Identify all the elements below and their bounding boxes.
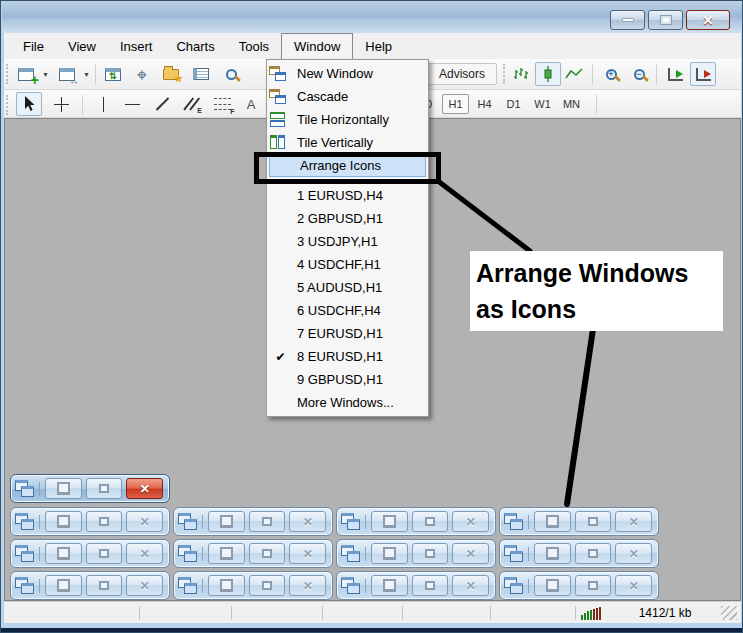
maximize-button[interactable] [249,575,286,596]
maximize-button[interactable] [86,511,123,532]
minimized-chart-window[interactable]: ✕ [10,571,170,600]
menu-item-chart-8[interactable]: ✔8 EURUSD,H1 [267,345,428,368]
new-chart-dropdown-icon[interactable]: ▼ [42,71,49,78]
menu-help[interactable]: Help [353,33,404,59]
timeframe-h1-button[interactable]: H1 [442,94,469,114]
timeframe-h4-button[interactable]: H4 [471,94,498,114]
restore-button[interactable] [208,511,245,532]
menu-item-chart-7[interactable]: 7 EURUSD,H1 [267,322,428,345]
maximize-button[interactable] [575,511,612,532]
minimized-chart-window[interactable]: ✕ [10,507,170,536]
restore-button[interactable] [534,543,571,564]
minimized-chart-window[interactable]: ✕ [173,539,333,568]
menu-item-tile-horizontally[interactable]: Tile Horizontally [267,108,428,131]
menu-item-chart-5[interactable]: 5 AUDUSD,H1 [267,276,428,299]
close-button[interactable]: ✕ [615,543,652,564]
crosshair-button[interactable] [48,92,74,116]
menu-file[interactable]: File [11,33,56,59]
menu-tools[interactable]: Tools [227,33,281,59]
close-button[interactable]: ✕ [452,511,489,532]
menu-window[interactable]: Window [281,33,353,59]
close-button[interactable]: ✕ [289,511,326,532]
candlestick-chart-button[interactable] [535,62,561,86]
close-button[interactable]: ✕ [126,478,163,499]
restore-button[interactable] [371,511,408,532]
maximize-button[interactable] [575,543,612,564]
minimized-chart-window[interactable]: ✕ [336,571,496,600]
menu-item-chart-1[interactable]: 1 EURUSD,H4 [267,184,428,207]
close-button[interactable]: ✕ [126,575,163,596]
menu-view[interactable]: View [56,33,108,59]
maximize-button[interactable] [86,543,123,564]
maximize-button[interactable] [86,478,123,499]
maximize-button[interactable] [575,575,612,596]
minimized-chart-window[interactable]: ✕ [173,571,333,600]
menu-charts[interactable]: Charts [164,33,226,59]
market-watch-button[interactable]: ⇅ [100,62,126,86]
maximize-button[interactable] [412,575,449,596]
restore-button[interactable] [45,478,82,499]
restore-button[interactable] [534,575,571,596]
toolbar-grip[interactable] [6,64,10,84]
restore-button[interactable] [45,543,82,564]
close-button[interactable]: ✕ [289,575,326,596]
close-button[interactable]: ✕ [452,575,489,596]
cursor-button[interactable] [16,92,42,116]
zoom-in-button[interactable]: + [598,62,624,86]
auto-scroll-button[interactable] [662,62,688,86]
profiles-dropdown-icon[interactable]: ▼ [83,71,90,78]
maximize-button[interactable] [86,575,123,596]
minimized-chart-window[interactable]: ✕ [499,507,659,536]
restore-button[interactable] [208,575,245,596]
menu-item-more-windows[interactable]: More Windows... [267,391,428,414]
menu-item-chart-4[interactable]: 4 USDCHF,H1 [267,253,428,276]
profiles-button[interactable]: ↔ [54,62,80,86]
restore-button[interactable] [534,511,571,532]
maximize-button[interactable] [249,543,286,564]
trendline-button[interactable] [149,92,175,116]
minimized-chart-window[interactable]: ✕ [499,539,659,568]
maximize-button[interactable] [648,10,683,30]
terminal-button[interactable] [188,62,214,86]
minimized-chart-window[interactable]: ✕ [499,571,659,600]
title-bar[interactable]: ✕ [2,1,742,33]
equidistant-channel-button[interactable]: E [179,92,205,116]
menu-item-chart-2[interactable]: 2 GBPUSD,H1 [267,207,428,230]
fibonacci-button[interactable]: F [209,92,235,116]
new-chart-button[interactable]: + [13,62,39,86]
minimized-chart-window[interactable]: ✕ [10,539,170,568]
restore-button[interactable] [371,543,408,564]
data-window-button[interactable]: ⌖ [129,62,155,86]
timeframe-w1-button[interactable]: W1 [529,94,556,114]
chart-shift-button[interactable] [690,62,716,86]
restore-button[interactable] [371,575,408,596]
close-button[interactable]: ✕ [615,511,652,532]
close-button[interactable]: ✕ [126,511,163,532]
menu-item-chart-3[interactable]: 3 USDJPY,H1 [267,230,428,253]
menu-insert[interactable]: Insert [108,33,165,59]
zoom-out-button[interactable]: − [626,62,652,86]
menu-item-chart-9[interactable]: 9 GBPUSD,H1 [267,368,428,391]
close-button[interactable]: ✕ [289,543,326,564]
close-button[interactable]: ✕ [615,575,652,596]
timeframe-mn-button[interactable]: MN [558,94,585,114]
restore-button[interactable] [45,575,82,596]
minimized-chart-window[interactable]: ✕ [336,507,496,536]
maximize-button[interactable] [412,543,449,564]
minimized-chart-window[interactable]: ✕ [173,507,333,536]
close-button[interactable]: ✕ [686,10,730,30]
close-button[interactable]: ✕ [452,543,489,564]
line-chart-button[interactable] [561,62,587,86]
menu-item-tile-vertically[interactable]: Tile Vertically [267,131,428,154]
minimize-button[interactable] [610,10,645,30]
resize-grip[interactable] [721,606,737,620]
menu-item-new-window[interactable]: New Window [267,62,428,85]
close-button[interactable]: ✕ [126,543,163,564]
maximize-button[interactable] [412,511,449,532]
restore-button[interactable] [208,543,245,564]
menu-item-cascade[interactable]: Cascade [267,85,428,108]
timeframe-d1-button[interactable]: D1 [500,94,527,114]
minimized-chart-window[interactable]: ✕ [336,539,496,568]
vertical-line-button[interactable] [90,92,116,116]
toolbar-grip[interactable] [6,95,10,115]
